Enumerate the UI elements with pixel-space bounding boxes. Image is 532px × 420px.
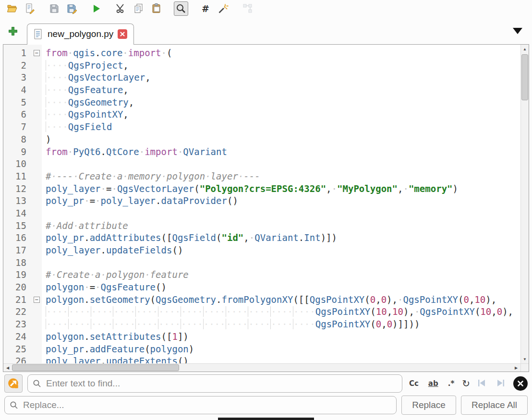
code-line[interactable]: 16poly_pr.addAttributes([QgsField("id",·… bbox=[3, 232, 520, 244]
tab-new-polygon[interactable]: new_polygon.py bbox=[27, 24, 134, 45]
whole-word-button[interactable]: ab bbox=[426, 377, 440, 390]
copy-button[interactable] bbox=[132, 1, 146, 16]
line-number: 4 bbox=[3, 84, 31, 96]
scroll-right-button[interactable]: ▶ bbox=[512, 364, 520, 372]
find-bar: Cc ab .* ↻ bbox=[0, 372, 532, 394]
plus-icon bbox=[7, 25, 19, 37]
code-line[interactable]: 2····QgsProject, bbox=[3, 60, 520, 72]
fold-marker[interactable]: − bbox=[31, 47, 42, 60]
code-editor[interactable]: 1−from·qgis.core·import·(2····QgsProject… bbox=[3, 45, 520, 363]
code-text: polygon.setGeometry(QgsGeometry.fromPoly… bbox=[42, 294, 496, 306]
code-line[interactable]: 9from·PyQt6.QtCore·import·QVariant bbox=[3, 146, 520, 158]
cut-button[interactable] bbox=[114, 1, 128, 16]
code-line[interactable]: 26poly_layer.updateExtents() bbox=[3, 355, 520, 363]
code-line[interactable]: 12poly_layer·=·QgsVectorLayer("Polygon?c… bbox=[3, 183, 520, 195]
code-line[interactable]: 21−polygon.setGeometry(QgsGeometry.fromP… bbox=[3, 294, 520, 306]
code-line[interactable]: 6····QgsPointXY, bbox=[3, 108, 520, 121]
vertical-scroll-thumb[interactable] bbox=[521, 54, 528, 100]
code-line[interactable]: 23······································… bbox=[3, 318, 520, 331]
line-number: 18 bbox=[3, 257, 31, 269]
wrap-around-button[interactable]: ↻ bbox=[462, 378, 470, 389]
code-line[interactable]: 13poly_pr·=·poly_layer.dataProvider() bbox=[3, 195, 520, 207]
find-input-wrap bbox=[27, 374, 402, 393]
qgis-icon-button[interactable] bbox=[4, 374, 23, 393]
run-icon bbox=[91, 3, 102, 14]
fold-marker[interactable]: − bbox=[31, 294, 42, 306]
code-line[interactable]: 8) bbox=[3, 133, 520, 146]
code-text: #·---·Create·a·memory·polygon·layer·--- bbox=[42, 170, 260, 183]
code-line[interactable]: 15#·Add·attribute bbox=[3, 220, 520, 232]
line-number: 20 bbox=[3, 281, 31, 294]
fold-margin bbox=[31, 318, 42, 331]
object-inspector-button[interactable] bbox=[241, 1, 255, 16]
scrollbar-corner bbox=[520, 364, 529, 372]
fold-margin bbox=[31, 170, 42, 183]
replace-button[interactable]: Replace bbox=[401, 396, 456, 415]
fold-margin bbox=[31, 355, 42, 363]
match-case-button[interactable]: Cc bbox=[407, 377, 421, 390]
line-number: 5 bbox=[3, 96, 31, 109]
code-line[interactable]: 25poly_pr.addFeature(polygon) bbox=[3, 343, 520, 356]
save-as-button[interactable] bbox=[65, 1, 79, 16]
close-icon bbox=[517, 380, 524, 387]
open-script-button[interactable] bbox=[5, 1, 19, 16]
close-find-bar-button[interactable] bbox=[513, 376, 528, 391]
fold-margin bbox=[31, 220, 42, 232]
code-text: poly_layer·=·QgsVectorLayer("Polygon?crs… bbox=[42, 183, 458, 195]
toggle-comment-button[interactable]: # bbox=[198, 1, 213, 16]
code-line[interactable]: 18 bbox=[3, 257, 520, 269]
find-input[interactable] bbox=[27, 374, 402, 393]
line-number: 17 bbox=[3, 244, 31, 257]
code-line[interactable]: 3····QgsVectorLayer, bbox=[3, 72, 520, 84]
code-line[interactable]: 11#·---·Create·a·memory·polygon·layer·--… bbox=[3, 170, 520, 183]
line-number: 11 bbox=[3, 170, 31, 183]
code-line[interactable]: 1−from·qgis.core·import·( bbox=[3, 47, 520, 60]
horizontal-scrollbar[interactable]: ◀ ▶ bbox=[3, 363, 529, 372]
code-text: from·qgis.core·import·( bbox=[42, 47, 172, 60]
new-script-button[interactable] bbox=[23, 1, 37, 16]
replace-all-button[interactable]: Replace All bbox=[461, 396, 528, 415]
scroll-down-button[interactable]: ▼ bbox=[521, 355, 529, 363]
comment-icon: # bbox=[202, 3, 209, 14]
fold-margin bbox=[31, 133, 42, 146]
find-next-button[interactable] bbox=[494, 377, 507, 391]
code-line[interactable]: 10 bbox=[3, 158, 520, 170]
code-line[interactable]: 14 bbox=[3, 207, 520, 220]
horizontal-scroll-thumb[interactable] bbox=[12, 364, 179, 371]
code-line[interactable]: 19#·Create·a·polygon·feature bbox=[3, 269, 520, 281]
code-line[interactable]: 7····QgsField bbox=[3, 121, 520, 133]
save-script-button[interactable] bbox=[47, 1, 61, 16]
new-tab-button[interactable] bbox=[5, 23, 21, 39]
tab-list-dropdown[interactable] bbox=[512, 26, 523, 36]
fold-margin bbox=[31, 306, 42, 318]
fold-margin bbox=[31, 60, 42, 72]
regex-button[interactable]: .* bbox=[446, 377, 457, 390]
find-previous-button[interactable] bbox=[476, 377, 488, 391]
tab-close-button[interactable] bbox=[118, 29, 127, 39]
find-text-button[interactable] bbox=[174, 1, 188, 16]
run-script-button[interactable] bbox=[89, 1, 104, 16]
fold-margin bbox=[31, 207, 42, 220]
close-icon bbox=[119, 30, 126, 38]
replace-input[interactable] bbox=[4, 396, 397, 414]
paste-button[interactable] bbox=[149, 1, 164, 16]
scroll-left-button[interactable]: ◀ bbox=[4, 364, 12, 372]
vertical-scrollbar[interactable]: ▲ ▼ bbox=[520, 45, 529, 363]
magic-wand-icon bbox=[218, 3, 229, 14]
code-text: ····QgsGeometry, bbox=[42, 96, 134, 109]
code-text: ····QgsVectorLayer, bbox=[42, 72, 151, 84]
scroll-up-button[interactable]: ▲ bbox=[521, 45, 529, 53]
code-text: poly_layer.updateExtents() bbox=[42, 355, 189, 363]
fold-margin bbox=[31, 121, 42, 133]
code-line[interactable]: 5····QgsGeometry, bbox=[3, 96, 520, 109]
code-line[interactable]: 4····QgsFeature, bbox=[3, 84, 520, 96]
code-line[interactable]: 24polygon.setAttributes([1]) bbox=[3, 331, 520, 343]
code-line[interactable]: 17poly_layer.updateFields() bbox=[3, 244, 520, 257]
line-number: 19 bbox=[3, 269, 31, 281]
code-line[interactable]: 20polygon·=·QgsFeature() bbox=[3, 281, 520, 294]
code-line[interactable]: 22······································… bbox=[3, 306, 520, 318]
format-code-button[interactable] bbox=[216, 1, 230, 16]
fold-margin bbox=[31, 331, 42, 343]
replace-input-wrap bbox=[4, 396, 397, 414]
save-icon bbox=[48, 3, 60, 14]
